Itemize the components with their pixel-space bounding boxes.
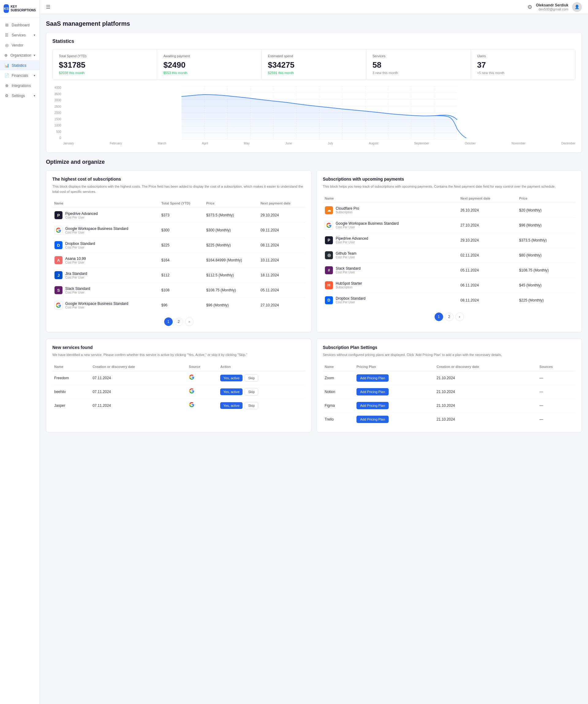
pricing-plan-cell: Add Pricing Plan [355, 399, 435, 412]
sidebar-item-integrations[interactable]: ⊗ Integrations [0, 80, 40, 91]
service-name-cell: Trello [323, 412, 355, 426]
stat-sub: +5 new this month [477, 71, 569, 75]
sidebar-item-label: Statistics [12, 63, 26, 68]
table-row: Trello Add Pricing Plan 21.10.2024 — [323, 412, 576, 426]
service-name-cell: S Slack Standard Cost Per User [52, 283, 160, 298]
price-cell: $96 (Monthly) [204, 298, 259, 313]
source-cell [187, 399, 219, 412]
service-type: Cost Per User [65, 216, 98, 219]
stat-total-spend: Total Spend (YTD) $31785 $2038 this mont… [53, 49, 157, 79]
price-cell: $108.75 (Monthly) [204, 283, 259, 298]
add-pricing-plan-button[interactable]: Add Pricing Plan [357, 416, 389, 423]
spend-cell: $108 [160, 283, 205, 298]
organization-icon: ⊕ [4, 53, 8, 58]
menu-button[interactable]: ☰ [46, 4, 50, 10]
sidebar-item-label: Vendor [12, 43, 23, 48]
table-row: Freedom 07.11.2024 Yes, active Skip [52, 371, 305, 385]
settings-button[interactable]: ⚙ [527, 4, 532, 10]
table-row: ◎ Github Team Cost Per User 02.11.2024 $… [323, 248, 576, 262]
service-name-cell: Google Workspace Business Standard Cost … [323, 218, 459, 233]
sidebar-item-label: Organization [10, 53, 31, 58]
yes-active-button[interactable]: Yes, active [220, 375, 243, 382]
service-logo: P [54, 211, 63, 220]
service-type: Cost Per User [65, 291, 90, 294]
add-pricing-plan-button[interactable]: Add Pricing Plan [357, 402, 389, 409]
service-type: Subscription [336, 286, 362, 289]
service-type: Cost Per User [336, 241, 368, 244]
sidebar-item-dashboard[interactable]: ⊞ Dashboard [0, 20, 40, 30]
price-cell: $225 (Monthly) [204, 238, 259, 253]
header-right: ⚙ Oleksandr Serdiuk dev500@gmail.com 👤 [527, 2, 582, 12]
page-2-button[interactable]: 2 [445, 312, 453, 321]
service-type: Cost Per User [65, 306, 128, 309]
next-date-cell: 08.11.2024 [259, 238, 305, 253]
header-left: ☰ [46, 4, 50, 10]
yes-active-button[interactable]: Yes, active [220, 402, 243, 409]
service-name-cell: # Slack Standard Cost Per User [323, 262, 459, 278]
add-pricing-plan-button[interactable]: Add Pricing Plan [357, 388, 389, 396]
y-label: 3000 [52, 99, 61, 102]
y-label: 3500 [52, 93, 61, 96]
user-email: dev500@gmail.com [536, 7, 569, 11]
service-name-cell: H HubSpot Starter Subscription [323, 278, 459, 293]
next-page-button[interactable]: › [185, 317, 194, 326]
service-name-cell: Freedom [52, 371, 91, 385]
service-name-cell: D Dropbox Standard Cost Per User [52, 238, 160, 253]
service-name-cell: Google Workspace Business Standard Cost … [52, 223, 160, 238]
sidebar-item-organization[interactable]: ⊕ Organization ▾ [0, 50, 40, 60]
next-date-cell: 09.11.2024 [259, 223, 305, 238]
pricing-plan-title: Subscription Plan Settings [323, 345, 576, 350]
sidebar-item-label: Financials [12, 73, 28, 78]
integrations-icon: ⊗ [4, 83, 9, 88]
skip-button[interactable]: Skip [245, 374, 258, 382]
sidebar-item-vendor[interactable]: ◎ Vendor [0, 40, 40, 50]
date-cell: 21.10.2024 [435, 399, 537, 412]
next-date-cell: 06.11.2024 [459, 278, 517, 293]
next-page-button[interactable]: › [456, 312, 464, 321]
sidebar-item-settings[interactable]: ⚙ Settings ▾ [0, 91, 40, 101]
sidebar-item-services[interactable]: ☰ Services ▾ [0, 30, 40, 40]
avatar[interactable]: 👤 [572, 2, 582, 12]
new-services-title: New services found [52, 345, 305, 350]
next-date-cell: 08.11.2024 [459, 293, 517, 308]
service-logo: # [325, 266, 333, 275]
add-pricing-plan-button[interactable]: Add Pricing Plan [357, 374, 389, 382]
service-name-cell: Google Workspace Business Standard Cost … [52, 298, 160, 313]
sidebar-item-financials[interactable]: 📄 Financials ▾ [0, 70, 40, 80]
yes-active-button[interactable]: Yes, active [220, 389, 243, 395]
service-logo [54, 301, 63, 309]
spend-cell: $225 [160, 238, 205, 253]
services-icon: ☰ [4, 33, 9, 37]
price-cell: $108.75 (Monthly) [517, 262, 576, 278]
service-name: Dropbox Standard [65, 241, 95, 246]
chevron-down-icon: ▾ [34, 94, 35, 97]
page-1-button[interactable]: 1 [435, 312, 443, 321]
next-date-cell: 18.11.2024 [259, 268, 305, 283]
sidebar-item-statistics[interactable]: 📊 Statistics [0, 60, 40, 70]
service-type: Cost Per User [65, 276, 87, 279]
upcoming-title: Subscriptions with upcoming payments [323, 177, 576, 181]
col-action: Action [218, 362, 305, 371]
service-name: Slack Standard [65, 287, 90, 291]
stats-grid: Total Spend (YTD) $31785 $2038 this mont… [52, 49, 576, 80]
header: ☰ ⚙ Oleksandr Serdiuk dev500@gmail.com 👤 [40, 0, 588, 14]
service-name-cell: A Asana 10.99 Cost Per User [52, 253, 160, 268]
highest-cost-table: Name Total Spend (YTD) Price Next paymen… [52, 199, 305, 312]
page-2-button[interactable]: 2 [174, 317, 183, 326]
page-1-button[interactable]: 1 [164, 317, 173, 326]
service-logo: ☁ [325, 206, 333, 215]
new-services-desc: We have identified a new service. Please… [52, 352, 305, 357]
service-name: Slack Standard [336, 266, 361, 271]
service-type: Cost Per User [336, 301, 365, 304]
col-name: Name [52, 362, 91, 371]
logo-icon: KS [4, 4, 9, 13]
next-date-cell: 27.10.2024 [459, 218, 517, 233]
x-label: June [285, 142, 292, 145]
skip-button[interactable]: Skip [245, 388, 258, 396]
skip-button[interactable]: Skip [245, 402, 258, 409]
action-cell: Yes, active Skip [218, 399, 305, 412]
service-name-cell: P Pipedrive Advanced Cost Per User [323, 233, 459, 248]
date-cell: 07.11.2024 [91, 371, 187, 385]
x-label: December [562, 142, 576, 145]
sidebar-item-label: Integrations [12, 83, 31, 88]
